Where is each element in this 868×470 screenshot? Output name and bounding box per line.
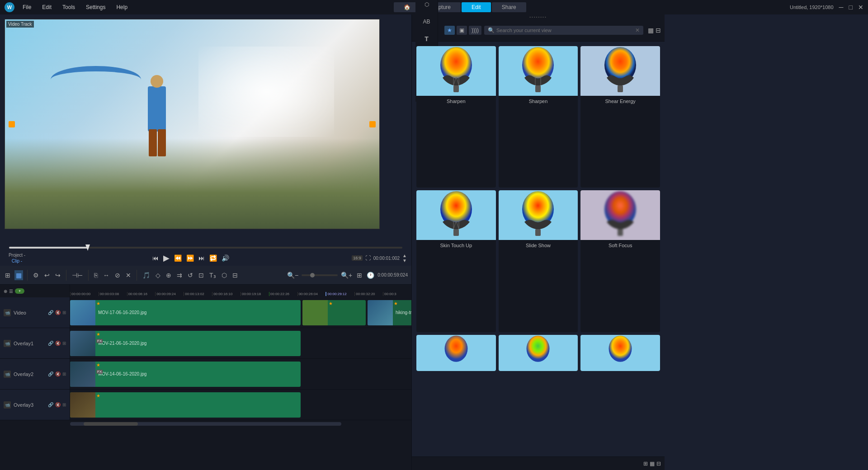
- loop-button[interactable]: 🔁: [209, 254, 217, 262]
- redo-button[interactable]: ↪: [54, 270, 62, 280]
- effect-shear-energy[interactable]: Shear Energy: [580, 46, 660, 188]
- search-input[interactable]: [496, 28, 633, 33]
- fullscreen-button[interactable]: ⛶: [365, 255, 371, 261]
- prev-frame-button[interactable]: ⏪: [174, 254, 182, 262]
- text-3d-button[interactable]: T₃: [208, 270, 217, 280]
- set-in-point-button[interactable]: ⊣⊢: [71, 270, 84, 280]
- overlay1-lock-icon[interactable]: ⊞: [62, 341, 66, 346]
- zoom-in-button[interactable]: 🔍+: [340, 270, 354, 280]
- effect-label-skin: Skin Touch Up: [438, 240, 474, 251]
- video-link-icon[interactable]: 🔗: [48, 310, 53, 315]
- nav-edit-button[interactable]: Edit: [462, 2, 491, 12]
- undo-button[interactable]: ↩: [43, 270, 51, 280]
- overlay2-link-icon[interactable]: 🔗: [48, 371, 53, 376]
- video-lock-icon[interactable]: ⊞: [62, 310, 66, 315]
- clip-overlay3-main[interactable]: ★: [70, 392, 301, 418]
- overlay3-lock-icon[interactable]: ⊞: [62, 402, 66, 407]
- audio-button[interactable]: 🎵: [141, 270, 151, 280]
- fit-button[interactable]: ⊞: [355, 270, 363, 280]
- scale-button[interactable]: ⊡: [197, 270, 205, 280]
- play-button[interactable]: ▶: [163, 253, 170, 263]
- menu-edit[interactable]: Edit: [39, 2, 54, 12]
- menu-file[interactable]: File: [20, 2, 34, 12]
- insert-button[interactable]: ⎘: [93, 270, 99, 280]
- right-trim-handle[interactable]: [369, 121, 376, 127]
- timeline-layout-button[interactable]: ⊞: [4, 270, 12, 280]
- progress-fill: [9, 247, 88, 249]
- track-header-controls: ⊕ ☰ +: [0, 285, 70, 297]
- effect-sharpen-1[interactable]: Sharpen: [416, 46, 496, 188]
- overlay2-mute-icon[interactable]: 🔇: [55, 371, 61, 376]
- figure-head: [151, 75, 163, 88]
- effect-row3-col1[interactable]: [416, 335, 496, 371]
- add-track-button[interactable]: ⊕: [4, 289, 7, 294]
- storyboard-view-button[interactable]: ▦: [14, 270, 23, 280]
- effect-row3-col2[interactable]: [499, 335, 578, 371]
- overlay3-mute-icon[interactable]: 🔇: [55, 402, 61, 407]
- nav-share-button[interactable]: Share: [492, 2, 526, 12]
- search-bar[interactable]: 🔍 ✕: [484, 26, 643, 35]
- video-mute-icon[interactable]: 🔇: [55, 310, 61, 315]
- star-badge-2: ★: [329, 301, 333, 306]
- volume-button[interactable]: 🔊: [222, 254, 229, 262]
- effects-view-toggle-3[interactable]: ⊟: [656, 461, 661, 467]
- menu-tools[interactable]: Tools: [60, 2, 78, 12]
- effect-slide-show[interactable]: Slide Show: [499, 190, 578, 332]
- left-trim-handle[interactable]: [9, 121, 15, 127]
- green-plus-button[interactable]: +: [15, 288, 24, 294]
- settings-view-button[interactable]: ⊟: [656, 27, 661, 34]
- delete-button[interactable]: ✕: [124, 270, 132, 280]
- grid-view-button[interactable]: ★: [444, 26, 455, 35]
- preview-figure: [130, 66, 184, 193]
- overlay1-mute-icon[interactable]: 🔇: [55, 341, 61, 346]
- text-icon-button[interactable]: AB: [418, 14, 435, 29]
- effect-soft-focus[interactable]: Soft Focus: [580, 190, 660, 332]
- effects-view-toggle-2[interactable]: ▦: [650, 461, 655, 467]
- progress-bar[interactable]: [9, 247, 402, 249]
- svg-point-23: [527, 335, 550, 362]
- track-menu-button[interactable]: ☰: [9, 289, 13, 294]
- clip-mov21[interactable]: ★ FX MOV-21-06-16-2020.jpg: [70, 331, 301, 356]
- h-scrollbar[interactable]: [70, 422, 341, 426]
- clip-mov17[interactable]: ★ MOV-17-06-16-2020.jpg: [70, 300, 301, 325]
- track-header-overlay1: 📹 Overlay1 🔗 🔇 ⊞: [0, 328, 70, 359]
- more-button-1[interactable]: ⊕: [165, 270, 173, 280]
- effect-row3-col3[interactable]: [580, 335, 660, 371]
- zoom-slider[interactable]: [302, 274, 338, 276]
- menu-help[interactable]: Help: [113, 2, 130, 12]
- transition-icon-button[interactable]: ⬡: [418, 0, 435, 12]
- minimize-button[interactable]: ─: [839, 4, 844, 11]
- tools-button[interactable]: ⚙: [32, 270, 40, 280]
- split-button[interactable]: ⊘: [113, 270, 122, 280]
- effect-sharpen-2[interactable]: Sharpen: [499, 46, 578, 188]
- list-view-button[interactable]: ▦: [648, 27, 654, 34]
- mask-button[interactable]: ⬡: [220, 270, 228, 280]
- effects-view-toggle-1[interactable]: ⊞: [643, 461, 648, 467]
- time-stepper[interactable]: ▲▼: [402, 253, 407, 263]
- maximize-button[interactable]: □: [849, 4, 853, 11]
- rotate-button[interactable]: ↺: [186, 270, 194, 280]
- ruler-mark-4: 00:00:13:02: [184, 292, 212, 296]
- go-to-end-button[interactable]: ⏭: [198, 254, 205, 262]
- overlay1-link-icon[interactable]: 🔗: [48, 341, 53, 346]
- h-scroll-thumb[interactable]: [84, 422, 138, 426]
- menu-settings[interactable]: Settings: [83, 2, 108, 12]
- zoom-out-button[interactable]: 🔍−: [286, 270, 300, 280]
- transition-button[interactable]: ◇: [154, 270, 162, 280]
- trim-button[interactable]: ↔: [102, 270, 111, 280]
- close-button[interactable]: ✕: [858, 4, 863, 11]
- clip-mov14[interactable]: ★ FX MOV-14-06-16-2020.jpg: [70, 362, 301, 387]
- effect-skin-touch-up[interactable]: Skin Touch Up: [416, 190, 496, 332]
- go-to-start-button[interactable]: ⏮: [152, 254, 159, 262]
- crop-button[interactable]: ⊟: [231, 270, 239, 280]
- clip-speed-button[interactable]: ⇉: [175, 270, 184, 280]
- clock-button[interactable]: 🕐: [365, 270, 376, 280]
- overlay3-link-icon[interactable]: 🔗: [48, 402, 53, 407]
- overlay2-lock-icon[interactable]: ⊞: [62, 371, 66, 376]
- audio-mode-button[interactable]: )))): [469, 26, 481, 35]
- clear-search-button[interactable]: ✕: [635, 27, 640, 33]
- next-frame-button[interactable]: ⏩: [186, 254, 194, 262]
- clip-hiking1[interactable]: ★: [302, 300, 366, 325]
- clip-hiking2[interactable]: ★ hiking-trip-video: [368, 300, 411, 325]
- video-mode-button[interactable]: ▣: [457, 26, 467, 35]
